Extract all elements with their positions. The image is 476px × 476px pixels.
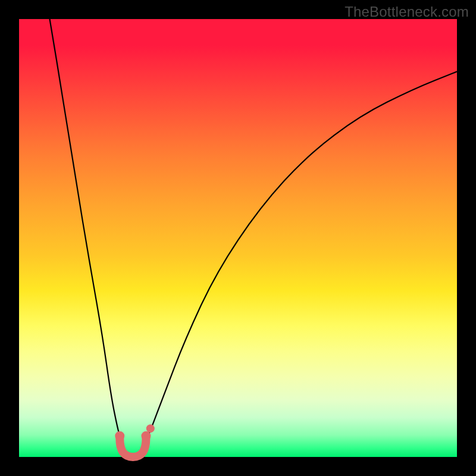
u-marker-arc: [120, 439, 146, 457]
offset-marker-dot: [146, 424, 155, 433]
watermark-text: TheBottleneck.com: [345, 4, 469, 20]
right-curve: [139, 71, 457, 455]
u-marker-end-dot: [141, 431, 151, 441]
u-marker-end-dot: [115, 431, 124, 441]
plot-area: [19, 19, 457, 457]
u-shaped-marker: [115, 424, 155, 457]
curves-svg: [19, 19, 457, 457]
left-curve: [50, 19, 127, 455]
chart-frame: TheBottleneck.com: [0, 0, 476, 476]
